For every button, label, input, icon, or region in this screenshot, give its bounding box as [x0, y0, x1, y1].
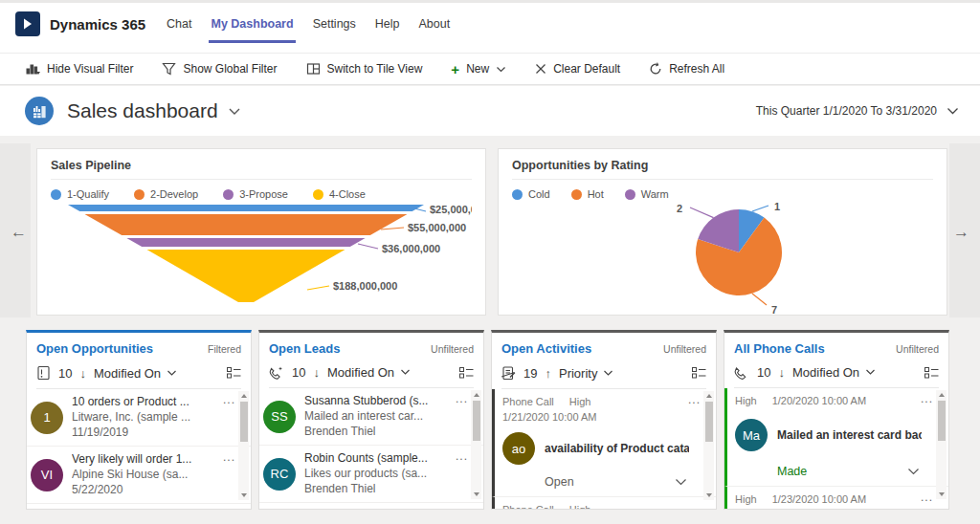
activity-item[interactable]: Phone Call High 1/26/2020 10:00 AM ... — [492, 497, 716, 510]
nav-item-about[interactable]: About — [419, 17, 451, 31]
phone-call-item[interactable]: High 1/20/2020 10:00 AM ... Ma Mailed an… — [724, 388, 948, 487]
list-item[interactable]: SS Susanna Stubberod (s... Mailed an int… — [259, 388, 483, 446]
legend-item-close: 4-Close — [313, 188, 366, 200]
scroll-down-icon[interactable] — [474, 492, 479, 496]
sort-ascending-icon[interactable]: ↑ — [545, 366, 551, 381]
refresh-all-button[interactable]: Refresh All — [649, 62, 724, 76]
view-selector-icon[interactable] — [227, 367, 241, 379]
more-commands-button[interactable]: ... — [223, 450, 235, 464]
funnel-segment-qualify[interactable] — [68, 205, 424, 211]
expand-chevron-icon[interactable] — [907, 468, 920, 475]
list-scrollbar[interactable] — [238, 391, 249, 500]
scrollbar-thumb[interactable] — [473, 401, 480, 441]
more-commands-button[interactable]: ... — [456, 392, 468, 405]
card-title-open-opportunities[interactable]: Open Opportunities — [36, 341, 153, 356]
sort-field-selector[interactable]: Modified On — [94, 366, 177, 381]
nav-item-settings[interactable]: Settings — [313, 17, 356, 31]
call-datetime: 1/23/2020 10:00 AM — [772, 492, 866, 506]
command-bar: Hide Visual Filter Show Global Filter Sw… — [0, 53, 980, 85]
chevron-down-icon — [947, 107, 959, 115]
nav-item-my-dashboard[interactable]: My Dashboard — [211, 17, 293, 31]
scrollbar-thumb[interactable] — [938, 401, 946, 441]
list-item[interactable]: VI Very likely will order 1... Alpine Sk… — [27, 447, 251, 504]
dashboard-header: Sales dashboard This Quarter 1/1/2020 To… — [0, 86, 980, 136]
record-secondary: Likes our products (sa... — [304, 467, 457, 481]
new-button[interactable]: + New — [451, 61, 506, 77]
chevron-down-icon[interactable] — [496, 66, 506, 73]
card-title-open-leads[interactable]: Open Leads — [269, 341, 340, 356]
leader-line — [752, 206, 768, 211]
carousel-next-button[interactable]: → — [953, 223, 969, 242]
record-list: High 1/20/2020 10:00 AM ... Ma Mailed an… — [724, 388, 948, 501]
sort-field-selector[interactable]: Modified On — [327, 365, 411, 380]
funnel-chart: $25,000,000 $55,000,000 $36,000,000 $188… — [51, 203, 472, 310]
scroll-down-icon[interactable] — [241, 493, 247, 497]
card-title-open-activities[interactable]: Open Activities — [501, 341, 591, 356]
sort-field-label: Modified On — [792, 365, 859, 380]
list-scrollbar[interactable] — [471, 390, 481, 499]
new-label: New — [466, 62, 489, 76]
phone-call-item[interactable]: High 1/23/2020 10:00 AM ... — [724, 487, 948, 510]
more-commands-button[interactable]: ... — [921, 392, 933, 405]
more-commands-button[interactable]: ... — [921, 491, 933, 504]
show-global-filter-button[interactable]: Show Global Filter — [162, 62, 277, 76]
hide-visual-filter-button[interactable]: Hide Visual Filter — [26, 62, 133, 76]
scroll-up-icon[interactable] — [706, 394, 712, 398]
more-commands-button[interactable]: ... — [223, 393, 235, 406]
clear-default-label: Clear Default — [553, 62, 620, 76]
more-commands-button[interactable]: ... — [688, 501, 701, 510]
scroll-up-icon[interactable] — [474, 393, 479, 397]
hide-visual-filter-label: Hide Visual Filter — [47, 62, 133, 76]
avatar: RC — [263, 458, 296, 491]
list-item[interactable]: 1 10 orders or Product ... Litware, Inc.… — [27, 389, 251, 447]
activity-item[interactable]: Phone Call High 1/21/2020 10:00 AM ... a… — [492, 389, 716, 497]
funnel-segment-close[interactable] — [147, 250, 345, 302]
legend-dot — [625, 189, 635, 200]
record-secondary: Litware, Inc. (sample ... — [72, 410, 224, 425]
list-item[interactable]: RC Robin Counts (sample... Likes our pro… — [259, 446, 483, 503]
sort-descending-icon[interactable]: ↓ — [79, 366, 86, 381]
funnel-segment-propose[interactable] — [126, 238, 365, 247]
sort-descending-icon[interactable]: ↓ — [778, 365, 785, 380]
carousel-prev-button[interactable]: ← — [11, 223, 27, 242]
scroll-up-icon[interactable] — [939, 393, 945, 397]
sort-field-label: Priority — [559, 366, 597, 381]
scroll-down-icon[interactable] — [706, 493, 712, 497]
sort-descending-icon[interactable]: ↓ — [313, 365, 320, 380]
leader-line — [358, 244, 378, 249]
nav-item-help[interactable]: Help — [375, 17, 400, 31]
funnel-value-qualify: $25,000,000 — [430, 204, 472, 215]
card-title-all-phone-calls[interactable]: All Phone Calls — [734, 341, 825, 356]
time-range-selector[interactable]: This Quarter 1/1/2020 To 3/31/2020 — [756, 104, 959, 118]
legend-dot — [51, 189, 61, 200]
activity-datetime: 1/21/2020 10:00 AM — [502, 410, 596, 424]
leader-line — [414, 208, 426, 211]
dashboard-selector-chevron-icon[interactable] — [228, 107, 241, 116]
more-commands-button[interactable]: ... — [456, 449, 468, 463]
scroll-up-icon[interactable] — [241, 394, 247, 398]
list-scrollbar[interactable] — [936, 390, 947, 499]
legend-item-qualify: 1-Qualify — [51, 188, 109, 200]
sort-field-selector[interactable]: Priority — [559, 366, 613, 381]
scrollbar-thumb[interactable] — [705, 402, 713, 442]
sort-field-selector[interactable]: Modified On — [792, 365, 876, 380]
expand-chevron-icon[interactable] — [675, 478, 687, 486]
scroll-down-icon[interactable] — [939, 492, 945, 496]
view-selector-icon[interactable] — [924, 367, 939, 379]
more-commands-button[interactable]: ... — [688, 393, 701, 406]
switch-to-tile-view-button[interactable]: Switch to Tile View — [306, 62, 423, 76]
chevron-down-icon — [865, 369, 876, 376]
dynamics365-logo — [15, 11, 40, 36]
scrollbar-thumb[interactable] — [240, 402, 248, 442]
nav-item-chat[interactable]: Chat — [167, 17, 191, 31]
funnel-segment-develop[interactable] — [85, 214, 408, 235]
record-tertiary: Brenden Thiel — [304, 425, 457, 439]
filter-state-badge: Unfiltered — [431, 343, 474, 355]
pie-label-warm: 2 — [677, 203, 682, 214]
filter-state-badge: Unfiltered — [896, 343, 939, 355]
view-selector-icon[interactable] — [692, 367, 706, 379]
clear-default-button[interactable]: Clear Default — [535, 62, 620, 76]
list-scrollbar[interactable] — [703, 391, 714, 500]
legend-dot — [134, 189, 145, 200]
view-selector-icon[interactable] — [459, 367, 474, 379]
